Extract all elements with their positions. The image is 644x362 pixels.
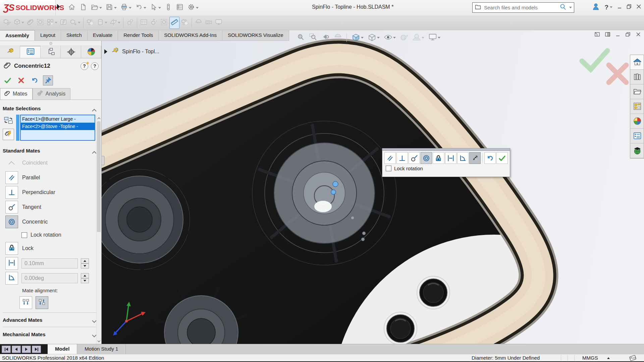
- menu-expand-arrow-icon[interactable]: [57, 4, 60, 9]
- insert-components-button[interactable]: [12, 17, 25, 28]
- unit-system[interactable]: MMGS: [582, 355, 598, 361]
- tab-evaluate[interactable]: Evaluate: [88, 30, 118, 41]
- scroll-down-icon[interactable]: [97, 339, 101, 344]
- mass-properties-button[interactable]: [180, 17, 190, 28]
- dock-left-icon[interactable]: [595, 32, 600, 38]
- previous-tab-button[interactable]: [12, 346, 21, 353]
- taskpane-3d-content-central-button[interactable]: [630, 114, 644, 129]
- perpendicular-mate-button[interactable]: [5, 186, 18, 199]
- open-caret-icon[interactable]: [99, 7, 102, 9]
- move-component-caret-icon[interactable]: [78, 22, 80, 23]
- select-caret-icon[interactable]: [158, 7, 161, 9]
- graphics-area[interactable]: SpinFlo - Topl... Lock rotation: [102, 30, 644, 344]
- taskpane-training-button[interactable]: [630, 143, 644, 158]
- search-box[interactable]: [472, 2, 574, 13]
- mate-selection-item[interactable]: Face<1>@Burner Large -: [21, 115, 95, 123]
- apply-scene-caret-icon[interactable]: [422, 37, 424, 39]
- units-caret-icon[interactable]: [607, 357, 610, 359]
- pin-button[interactable]: [43, 75, 53, 85]
- anti-aligned-button[interactable]: [36, 296, 48, 309]
- expand-chevron-icon[interactable]: [92, 333, 97, 336]
- hide-show-items-button[interactable]: [383, 32, 396, 43]
- aligned-button[interactable]: [19, 296, 32, 309]
- view-settings-caret-icon[interactable]: [438, 37, 440, 39]
- smart-fasteners-button[interactable]: [59, 17, 68, 28]
- tab-configuration-manager[interactable]: [41, 46, 61, 58]
- panel-scrollbar[interactable]: [96, 115, 101, 344]
- lock-rotation-checkbox[interactable]: [21, 232, 27, 238]
- collapse-chevron-icon[interactable]: [92, 149, 97, 152]
- exploded-view-button[interactable]: [149, 17, 159, 28]
- perpendicular-button[interactable]: [396, 152, 408, 164]
- search-options-caret-icon[interactable]: [569, 7, 572, 8]
- collapse-chevron-icon[interactable]: [92, 107, 97, 110]
- search-scope-folder-icon[interactable]: [475, 4, 481, 12]
- tab-model[interactable]: Model: [48, 344, 77, 354]
- hide-show-items-caret-icon[interactable]: [393, 37, 396, 39]
- insert-components-caret-icon[interactable]: [21, 22, 24, 23]
- tab-motion-study-1[interactable]: Motion Study 1: [77, 344, 126, 354]
- previous-view-button[interactable]: [320, 32, 330, 43]
- linear-component-pattern-caret-icon[interactable]: [55, 22, 57, 23]
- tab-property-manager[interactable]: [20, 46, 40, 58]
- minimize-button[interactable]: [617, 4, 622, 10]
- parallel-button[interactable]: [384, 152, 396, 164]
- move-component-button[interactable]: [69, 17, 81, 28]
- lock-mate-button[interactable]: [5, 242, 18, 255]
- distance-spinner[interactable]: [81, 258, 89, 268]
- zoom-to-fit-button[interactable]: [296, 32, 306, 43]
- reference-geometry-caret-icon[interactable]: [118, 22, 120, 23]
- section-view-button[interactable]: [194, 17, 203, 28]
- undo-button[interactable]: [484, 152, 496, 164]
- taskpane-design-library-button[interactable]: [630, 99, 644, 114]
- options-list-button[interactable]: [175, 2, 184, 13]
- viewport-close-icon[interactable]: [636, 32, 641, 38]
- distance-button[interactable]: [445, 152, 457, 164]
- lock-rotation-checkbox[interactable]: [386, 166, 391, 171]
- expand-chevron-icon[interactable]: [92, 318, 97, 321]
- tab-mates[interactable]: Mates: [0, 88, 33, 100]
- tab-dimxpert-manager[interactable]: [61, 46, 81, 58]
- view-orientation-button[interactable]: [351, 32, 364, 43]
- view-orientation-caret-icon[interactable]: [361, 37, 364, 39]
- tab-layout[interactable]: Layout: [35, 30, 61, 41]
- linear-component-pattern-button[interactable]: [46, 17, 58, 28]
- undo-button[interactable]: [134, 2, 147, 13]
- bill-of-materials-button[interactable]: [139, 17, 149, 28]
- home-button[interactable]: [67, 2, 76, 13]
- component-preview-window-button[interactable]: [36, 17, 45, 28]
- visualize-render-button[interactable]: [214, 17, 223, 28]
- ok-button[interactable]: [496, 152, 508, 164]
- angle-spinner[interactable]: [81, 273, 89, 283]
- tab-solidworks-add-ins[interactable]: SOLIDWORKS Add-Ins: [159, 30, 222, 41]
- mate-selections-header[interactable]: Mate Selections: [0, 103, 101, 113]
- tab-analysis[interactable]: Analysis: [33, 88, 71, 100]
- tab-display-manager[interactable]: [81, 46, 101, 58]
- viewport-restore-icon[interactable]: [626, 32, 631, 38]
- concentric-mate-button[interactable]: [5, 216, 18, 228]
- distance-mate-button[interactable]: [5, 257, 18, 270]
- undo-caret-icon[interactable]: [144, 7, 146, 9]
- print-button[interactable]: [119, 2, 132, 13]
- tab-assembly[interactable]: Assembly: [0, 30, 35, 41]
- mechanical-mates-header[interactable]: Mechanical Mates: [0, 329, 101, 339]
- tab-solidworks-visualize[interactable]: SOLIDWORKS Visualize: [222, 30, 289, 41]
- zoom-to-area-button[interactable]: [308, 32, 318, 43]
- help-icon[interactable]: ?: [91, 62, 99, 70]
- multiple-mate-mode-button[interactable]: [3, 129, 14, 140]
- options-gear-button[interactable]: [186, 2, 199, 13]
- help-caret-icon[interactable]: [610, 6, 612, 8]
- tab-sketch[interactable]: Sketch: [61, 30, 88, 41]
- tangent-button[interactable]: [409, 152, 420, 164]
- taskpane-knowledge-base-button[interactable]: [630, 70, 644, 84]
- panel-splitter-handle[interactable]: [102, 156, 105, 165]
- tab-render-tools[interactable]: Render Tools: [118, 30, 159, 41]
- context-toolbar-grip[interactable]: [382, 148, 510, 151]
- assembly-features-button[interactable]: [96, 17, 108, 28]
- user-account-icon[interactable]: [592, 3, 600, 12]
- featuretree-flyout-arrow-icon[interactable]: [104, 49, 107, 54]
- open-button[interactable]: [90, 2, 103, 13]
- concentric-button[interactable]: [421, 152, 432, 164]
- toggle-selection-button[interactable]: [164, 2, 173, 13]
- save-caret-icon[interactable]: [114, 7, 117, 9]
